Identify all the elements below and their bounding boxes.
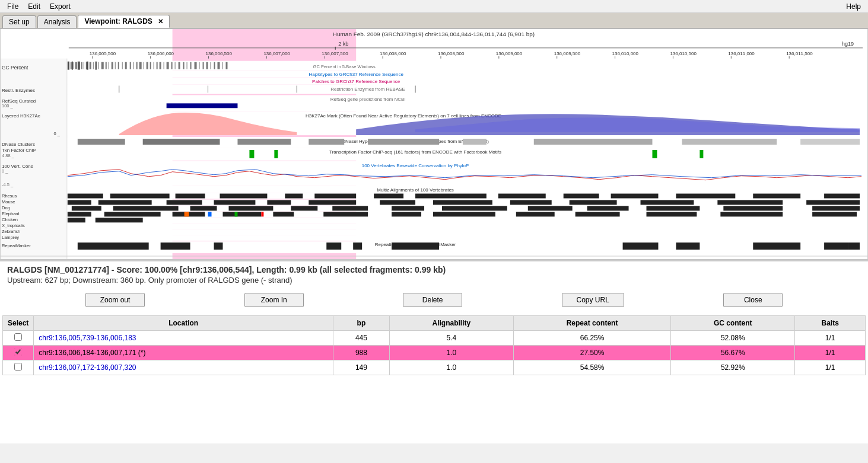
svg-rect-132 [587,206,629,210]
copy-url-button[interactable]: Copy URL [562,293,624,307]
svg-rect-110 [167,200,202,205]
svg-text:2 kb: 2 kb [338,41,348,47]
svg-text:136,010,500: 136,010,500 [670,51,697,56]
svg-rect-153 [720,212,783,216]
svg-rect-218 [190,62,192,69]
svg-rect-88 [68,186,861,193]
menu-export[interactable]: Export [45,1,75,12]
svg-rect-111 [214,200,256,205]
zoom-in-button[interactable]: Zoom In [244,293,304,307]
tab-viewpoint[interactable]: Viewpoint: RALGDS ✕ [78,15,170,28]
svg-rect-196 [112,62,113,69]
row-repeat-content: 27.50% [513,346,670,360]
svg-rect-115 [433,200,492,205]
svg-rect-210 [160,62,161,69]
menu-help[interactable]: Help [841,1,866,12]
svg-rect-158 [96,218,143,222]
svg-rect-92 [68,194,103,199]
table-section: Select Location bp Alignability Repeat c… [0,315,868,375]
svg-rect-188 [86,62,87,69]
svg-text:136,008,500: 136,008,500 [438,51,465,56]
svg-rect-227 [225,62,227,69]
svg-text:Patches to GRCh37 Reference Se: Patches to GRCh37 Reference Sequence [312,79,400,84]
tab-analysis[interactable]: Analysis [37,15,77,28]
svg-rect-143 [185,212,189,216]
svg-rect-144 [208,212,212,216]
row-select-checkbox[interactable] [14,363,22,371]
delete-button[interactable]: Delete [403,293,462,307]
svg-rect-216 [183,62,185,69]
menu-edit[interactable]: Edit [23,1,45,12]
svg-rect-193 [101,62,104,69]
svg-text:DNase Clusters: DNase Clusters [2,142,35,147]
row-select-checkbox[interactable] [14,333,22,341]
svg-text:136,006,500: 136,006,500 [206,51,233,56]
svg-rect-148 [392,212,421,216]
svg-rect-95 [220,194,267,199]
table-row[interactable]: chr9:136,005,739-136,006,1834455.466.25%… [3,331,866,346]
menu-file[interactable]: File [2,1,23,12]
svg-rect-108 [68,200,91,205]
svg-rect-172 [353,242,362,250]
svg-rect-117 [570,200,617,205]
svg-rect-199 [122,62,123,69]
svg-rect-116 [510,200,552,205]
svg-rect-225 [217,62,220,69]
svg-rect-181 [69,62,69,69]
svg-rect-100 [498,194,546,199]
svg-rect-197 [115,62,116,69]
svg-rect-192 [98,62,99,69]
svg-text:hg19: hg19 [842,41,854,47]
svg-rect-68 [237,139,291,145]
tab-close-icon[interactable]: ✕ [158,18,163,25]
svg-rect-151 [576,212,620,216]
svg-text:Txn Factor ChIP: Txn Factor ChIP [2,148,36,153]
svg-rect-171 [326,242,341,250]
svg-rect-187 [84,62,84,69]
svg-rect-58 [167,103,238,108]
row-select-checkbox[interactable] [14,348,22,356]
svg-rect-146 [261,212,263,216]
svg-rect-200 [125,62,127,69]
svg-rect-217 [187,62,187,69]
svg-text:RepeatMasker: RepeatMasker [2,243,31,248]
svg-rect-222 [206,62,208,69]
svg-rect-96 [285,194,303,199]
svg-rect-127 [291,206,317,210]
row-bp: 149 [333,360,390,375]
svg-rect-223 [211,62,211,69]
row-repeat-content: 66.25% [513,331,670,346]
svg-rect-105 [824,194,860,199]
svg-rect-204 [139,62,142,69]
row-alignability: 1.0 [389,346,513,360]
zoom-out-button[interactable]: Zoom out [85,293,145,307]
svg-rect-133 [647,206,700,210]
svg-text:136,011,500: 136,011,500 [786,51,813,56]
tab-setup[interactable]: Set up [2,15,36,28]
svg-text:4.88 _: 4.88 _ [2,153,15,158]
svg-rect-102 [611,194,659,199]
table-row[interactable]: chr9:136,006,184-136,007,171 (*)9881.027… [3,346,866,360]
close-button[interactable]: Close [723,293,783,307]
svg-rect-174 [623,242,659,250]
table-row[interactable]: chr9:136,007,172-136,007,3201491.054.58%… [3,360,866,375]
svg-text:Dog: Dog [2,205,10,210]
svg-rect-207 [150,62,151,69]
svg-rect-220 [199,62,200,69]
row-gc-content: 56.67% [671,346,795,360]
svg-rect-176 [753,242,800,250]
svg-rect-45 [68,78,861,85]
svg-text:136,010,000: 136,010,000 [612,51,639,56]
svg-text:GC Percent in 5-Base Windows: GC Percent in 5-Base Windows [313,64,376,69]
fragments-table: Select Location bp Alignability Repeat c… [2,315,866,375]
svg-text:100 _: 100 _ [2,103,14,108]
svg-text:Restr. Enzymes: Restr. Enzymes [2,88,35,93]
col-baits: Baits [795,316,866,331]
svg-rect-104 [753,194,800,199]
svg-rect-66 [78,139,125,145]
svg-rect-48 [68,85,861,94]
svg-rect-206 [147,62,148,69]
svg-rect-114 [380,200,415,205]
svg-text:136,011,000: 136,011,000 [728,51,755,56]
svg-rect-214 [175,62,176,69]
